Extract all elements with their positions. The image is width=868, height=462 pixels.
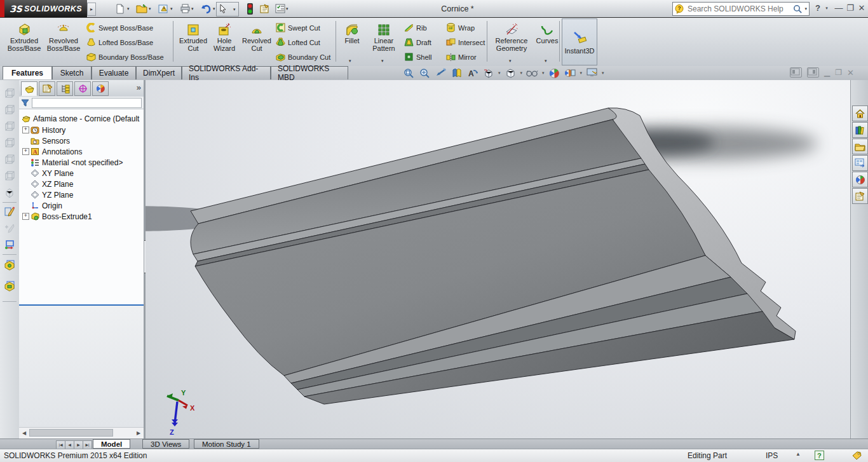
view-settings-icon[interactable] <box>586 67 598 79</box>
tree-filter-input[interactable] <box>32 98 142 108</box>
extruded-cut-button[interactable]: Extruded Cut <box>177 19 210 64</box>
tree-item-xy-plane[interactable]: XY Plane <box>19 168 144 179</box>
tab-3d-views[interactable]: 3D Views <box>142 439 189 449</box>
print-caret[interactable]: ▾ <box>191 6 194 11</box>
view-cube-front-icon[interactable] <box>4 88 15 99</box>
doc-close-icon[interactable]: ✕ <box>847 68 854 78</box>
filter-funnel-icon[interactable] <box>21 99 29 107</box>
doc-restore-icon[interactable]: ❐ <box>835 68 842 77</box>
view-cube-bottom-icon[interactable] <box>4 170 15 182</box>
menu-expand-arrow[interactable]: ▸ <box>87 3 96 16</box>
3d-sketch-icon[interactable] <box>4 222 15 234</box>
split-pane-left-icon[interactable] <box>790 67 802 78</box>
view-orientation-caret[interactable]: ▾ <box>498 71 501 76</box>
tab-scroll-prev[interactable]: ◀ <box>65 440 74 449</box>
tree-item-sensors[interactable]: Sensors <box>19 135 144 146</box>
restore-button[interactable]: ❐ <box>845 3 855 13</box>
help-button[interactable]: ? <box>813 3 822 13</box>
rebuild-traffic-light-icon[interactable] <box>243 2 257 15</box>
tab-solidworks-mbd[interactable]: SOLIDWORKS MBD <box>271 66 348 79</box>
view-cube-left-icon[interactable] <box>4 121 15 132</box>
curves-caret[interactable]: ▾ <box>545 58 547 64</box>
new-document-icon[interactable] <box>113 2 127 15</box>
lofted-boss-base-button[interactable]: Lofted Boss/Base <box>86 36 153 49</box>
intersect-button[interactable]: Intersect <box>446 36 485 49</box>
panel-horizontal-scrollbar[interactable]: ◀ ▶ <box>19 427 144 438</box>
view-isometric-icon[interactable] <box>4 187 15 198</box>
design-library-icon[interactable] <box>852 122 868 138</box>
units-label[interactable]: IPS <box>766 451 778 460</box>
quick-tips-icon[interactable]: ? <box>815 451 824 462</box>
revolve-surface-icon[interactable] <box>4 280 15 292</box>
tree-item-annotations[interactable]: A Annotations <box>19 146 144 157</box>
extrude-surface-icon[interactable] <box>4 259 15 271</box>
view-orientation-icon[interactable] <box>482 67 494 79</box>
extruded-boss-base-button[interactable]: Extruded Boss/Base <box>5 19 43 64</box>
help-caret[interactable]: ▾ <box>824 6 830 11</box>
sketch-icon[interactable] <box>4 206 15 217</box>
shell-button[interactable]: Shell <box>404 51 431 64</box>
tree-item-xz-plane[interactable]: XZ Plane <box>19 179 144 189</box>
fillet-caret[interactable]: ▾ <box>349 58 351 64</box>
tab-motion-study-1[interactable]: Motion Study 1 <box>194 439 259 449</box>
tree-item-history[interactable]: History <box>19 125 144 135</box>
open-caret[interactable]: ▾ <box>149 6 151 11</box>
mirror-button[interactable]: Mirror <box>446 51 477 64</box>
close-button[interactable]: ✕ <box>857 3 867 13</box>
file-properties-icon[interactable] <box>257 2 271 15</box>
view-cube-top-icon[interactable] <box>4 154 15 165</box>
convert-entities-icon[interactable] <box>4 239 15 250</box>
appearances-icon[interactable] <box>852 172 868 187</box>
tree-item-material[interactable]: Material <not specified> <box>19 157 144 168</box>
rib-button[interactable]: Rib <box>404 22 427 34</box>
tab-sketch[interactable]: Sketch <box>52 66 92 79</box>
dimxpert-manager-tab[interactable] <box>74 81 91 96</box>
edit-appearance-icon[interactable] <box>548 67 560 79</box>
configuration-manager-tab[interactable] <box>57 81 73 96</box>
custom-properties-icon[interactable] <box>852 188 868 204</box>
help-search-box[interactable]: ? ▾ <box>672 2 810 16</box>
tree-item-boss-extrude1[interactable]: Boss-Extrude1 <box>19 211 144 222</box>
scroll-left-arrow[interactable]: ◀ <box>19 430 29 436</box>
wrap-button[interactable]: cd Wrap <box>446 22 475 34</box>
featuremanager-tree-tab[interactable] <box>21 81 37 96</box>
graphics-viewport[interactable]: Y X Z <box>146 80 850 438</box>
split-pane-right-icon[interactable] <box>807 67 819 78</box>
previous-view-icon[interactable] <box>435 67 447 79</box>
curves-button[interactable]: Curves <box>535 19 559 64</box>
view-palette-icon[interactable] <box>852 155 868 171</box>
undo-icon[interactable] <box>199 2 213 15</box>
tab-features[interactable]: Features <box>3 66 52 79</box>
new-caret[interactable]: ▾ <box>127 6 130 11</box>
minimize-button[interactable]: — <box>834 3 844 13</box>
print-icon[interactable] <box>178 2 192 15</box>
tree-item-origin[interactable]: Origin <box>19 200 144 211</box>
search-icon[interactable] <box>793 4 803 14</box>
tag-icon[interactable] <box>851 451 862 462</box>
tab-scroll-first[interactable]: |◀ <box>56 440 65 449</box>
search-input[interactable] <box>686 4 791 14</box>
display-style-icon[interactable] <box>505 67 517 79</box>
draft-button[interactable]: Draft <box>404 36 431 49</box>
apply-scene-icon[interactable] <box>564 67 576 79</box>
select-caret[interactable]: ▾ <box>233 7 236 12</box>
zoom-to-area-icon[interactable] <box>419 67 431 79</box>
reference-geometry-button[interactable]: Reference Geometry <box>491 19 532 64</box>
tab-model[interactable]: Model <box>93 439 130 449</box>
open-document-icon[interactable] <box>135 2 149 15</box>
tab-scroll-last[interactable]: ▶| <box>83 440 92 449</box>
options-caret[interactable]: ▾ <box>286 6 288 11</box>
tab-scroll-next[interactable]: ▶ <box>74 440 83 449</box>
3d-drawing-view-icon[interactable]: A <box>466 67 478 79</box>
apply-scene-caret[interactable]: ▾ <box>580 71 583 76</box>
fm-tabs-overflow-chevron[interactable]: » <box>137 83 141 92</box>
property-manager-tab[interactable] <box>39 81 55 96</box>
options-icon[interactable] <box>273 2 287 15</box>
tab-evaluate[interactable]: Evaluate <box>92 66 136 79</box>
hide-show-items-caret[interactable]: ▾ <box>542 71 545 76</box>
tab-solidworks-add-ins[interactable]: SOLIDWORKS Add-Ins <box>182 66 271 79</box>
instant3d-toggle[interactable]: Instant3D <box>562 18 597 65</box>
scroll-right-arrow[interactable]: ▶ <box>133 430 144 436</box>
expand-toggle[interactable] <box>22 213 29 220</box>
reference-geometry-caret[interactable]: ▾ <box>509 58 512 64</box>
